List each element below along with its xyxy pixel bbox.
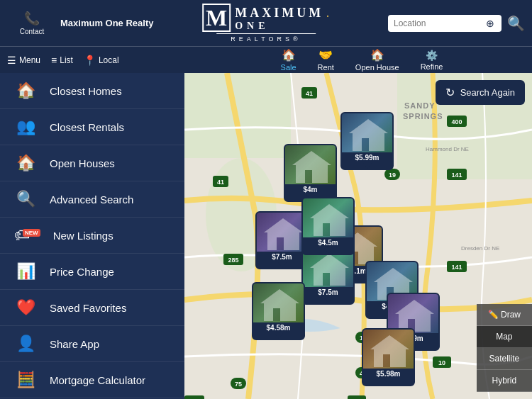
list-label: List (60, 55, 73, 65)
satellite-label: Satellite (489, 354, 519, 364)
location-search-wrapper[interactable]: ⊕ (388, 15, 501, 32)
property-pin-price: $5.99m (342, 152, 392, 163)
sidebar-item-share-app[interactable]: 👤 Share App (0, 326, 184, 362)
svg-marker-49 (310, 254, 349, 268)
sidebar-item-open-houses[interactable]: 🏠 Open Houses (0, 145, 184, 181)
svg-text:SPRINGS: SPRINGS (403, 112, 443, 120)
sidebar-item-closest-homes[interactable]: 🏠 Closest Homes (0, 73, 184, 109)
tab-open-house[interactable]: 🏠 Open House (355, 48, 399, 72)
property-pin-price: $7.5m (303, 287, 353, 298)
price-change-icon: 📊 (14, 262, 37, 281)
sidebar-item-price-change[interactable]: 📊 Price Change (0, 254, 184, 290)
open-houses-icon: 🏠 (14, 154, 37, 172)
property-pin[interactable]: $5.98m (362, 328, 415, 386)
svg-rect-56 (273, 308, 280, 321)
list-button[interactable]: ≡ List (51, 55, 73, 66)
new-badge: NEW (23, 229, 40, 237)
svg-text:Hammond Dr NE: Hammond Dr NE (426, 146, 469, 152)
svg-marker-64 (310, 204, 349, 218)
svg-rect-38 (362, 138, 369, 151)
property-pin-image (257, 213, 307, 252)
sidebar-item-new-listings[interactable]: 🏷NEW New Listings (0, 218, 184, 254)
satellite-button[interactable]: Satellite (477, 348, 532, 370)
pencil-icon: ✏️ (488, 310, 501, 320)
map-controls: ✏️ Draw Map Satellite Hybrid (477, 304, 532, 392)
property-pin[interactable]: $4m (284, 144, 337, 202)
property-pin-price: $4.5m (303, 237, 353, 248)
tab-open-house-label: Open House (355, 63, 399, 72)
refine-icon: ⚙️ (426, 50, 438, 61)
main-content: 🏠 Closest Homes 👥 Closest Rentals 🏠 Open… (0, 73, 532, 399)
saved-favorites-label: Saved Favorites (50, 302, 126, 314)
property-pin-price: $5.98m (363, 369, 414, 379)
sidebar-item-saved-favorites[interactable]: ❤️ Saved Favorites (0, 290, 184, 326)
mortgage-calculator-label: Mortgage Calculator (50, 374, 145, 386)
list-icon: ≡ (51, 55, 57, 66)
logo-m-letter: M (202, 4, 231, 32)
property-pin[interactable]: $7.5m (255, 211, 309, 269)
tab-rent[interactable]: 🤝 Rent (318, 48, 334, 72)
logo-title: MAXIMUM (235, 6, 323, 21)
svg-text:75: 75 (235, 381, 242, 388)
open-houses-label: Open Houses (50, 157, 115, 169)
svg-marker-55 (260, 289, 299, 303)
property-pin-price: $7.5m (257, 252, 307, 262)
draw-label: Draw (501, 310, 521, 320)
property-pin[interactable]: $4.5m (301, 197, 355, 255)
tab-sale[interactable]: 🏠 Sale (281, 48, 297, 72)
open-house-icon: 🏠 (370, 48, 384, 62)
svg-rect-50 (323, 273, 330, 286)
property-pin-image (285, 145, 336, 184)
property-pin-price: $4m (285, 184, 336, 195)
logo-subtitle: REALTORS® (231, 35, 301, 43)
price-change-label: Price Change (50, 266, 114, 278)
refresh-icon: ↻ (445, 86, 455, 99)
svg-text:41: 41 (306, 90, 313, 97)
property-pin[interactable]: $7.5m (301, 247, 355, 305)
svg-marker-37 (349, 119, 388, 133)
map-area[interactable]: 41 41 285 19 19 400 141 141 19 41 65 10 … (184, 73, 532, 399)
sidebar: 🏠 Closest Homes 👥 Closest Rentals 🏠 Open… (0, 73, 184, 399)
svg-marker-52 (374, 268, 413, 282)
svg-text:41: 41 (217, 179, 224, 186)
property-pin-image (363, 330, 414, 369)
svg-rect-65 (323, 223, 330, 236)
sub-header-left: ☰ Menu ≡ List 📍 Local (7, 55, 192, 66)
svg-text:19: 19 (389, 172, 396, 179)
local-button[interactable]: 📍 Local (84, 55, 119, 66)
svg-marker-58 (395, 300, 434, 314)
contact-section[interactable]: 📞 Contact (7, 11, 57, 35)
sidebar-item-advanced-search[interactable]: 🔍 Advanced Search (0, 181, 184, 218)
mortgage-calculator-icon: 🧮 (14, 371, 37, 389)
svg-text:10: 10 (438, 359, 445, 366)
tab-refine[interactable]: ⚙️ Refine (421, 50, 443, 71)
svg-marker-61 (370, 335, 409, 349)
map-button[interactable]: Map (477, 326, 532, 348)
property-pin[interactable]: $4.58m (252, 282, 305, 340)
location-icon: 📍 (84, 55, 96, 66)
svg-rect-41 (305, 170, 312, 183)
sidebar-item-closest-rentals[interactable]: 👥 Closest Rentals (0, 109, 184, 145)
share-app-label: Share App (50, 338, 99, 350)
sidebar-item-mortgage-calculator[interactable]: 🧮 Mortgage Calculator (0, 362, 184, 398)
header-search-icon[interactable]: 🔍 (507, 15, 525, 32)
contact-label: Contact (20, 28, 44, 35)
logo-title2: ONE (235, 21, 330, 32)
menu-button[interactable]: ☰ Menu (7, 55, 40, 66)
property-pin-arrow (384, 379, 393, 385)
header-search: ⊕ 🔍 (388, 15, 525, 32)
location-search-input[interactable] (394, 18, 486, 28)
closest-homes-icon: 🏠 (14, 82, 37, 100)
property-pin-image (342, 113, 392, 152)
hybrid-button[interactable]: Hybrid (477, 370, 532, 392)
tab-rent-label: Rent (318, 63, 334, 72)
property-pin[interactable]: $5.99m (340, 112, 394, 170)
svg-rect-62 (383, 354, 390, 367)
tab-refine-label: Refine (421, 62, 443, 71)
menu-icon: ☰ (7, 55, 16, 66)
draw-button[interactable]: ✏️ Draw (477, 304, 532, 326)
header: 📞 Contact Maximum One Realty M MAXIMUM .… (0, 0, 532, 46)
svg-marker-40 (292, 151, 331, 165)
sub-header: ☰ Menu ≡ List 📍 Local 🏠 Sale 🤝 Rent 🏠 Op… (0, 46, 532, 73)
search-again-button[interactable]: ↻ Search Again (436, 80, 525, 105)
